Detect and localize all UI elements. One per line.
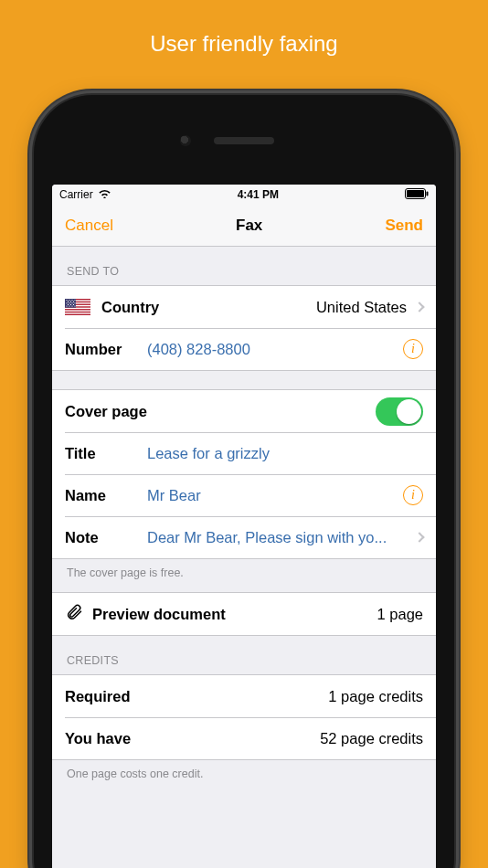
- credits-footer: One page costs one credit.: [52, 760, 436, 786]
- send-button[interactable]: Send: [385, 217, 423, 235]
- svg-point-13: [71, 300, 72, 301]
- number-value[interactable]: (408) 828-8800: [147, 341, 250, 358]
- screen: Carrier 4:41 PM Cancel Fax Send: [52, 185, 436, 868]
- title-row[interactable]: Title Lease for a grizzly: [52, 432, 436, 474]
- you-have-row: You have 52 page credits: [52, 717, 436, 759]
- toggle-knob: [397, 399, 421, 424]
- chevron-right-icon: [414, 302, 424, 312]
- svg-point-28: [74, 305, 75, 306]
- title-label: Title: [65, 445, 142, 462]
- number-row[interactable]: Number (408) 828-8800 i: [52, 328, 436, 370]
- section-header-credits: CREDITS: [52, 636, 436, 674]
- cover-footer: The cover page is free.: [52, 559, 436, 585]
- country-row[interactable]: Country United States: [52, 286, 436, 328]
- device-camera: [180, 135, 191, 146]
- name-label: Name: [65, 487, 142, 504]
- name-value[interactable]: Mr Bear: [147, 487, 201, 504]
- svg-point-23: [70, 304, 71, 305]
- country-label: Country: [101, 299, 178, 316]
- info-icon[interactable]: i: [403, 339, 423, 359]
- required-value: 1 page credits: [328, 688, 423, 705]
- required-label: Required: [65, 688, 131, 705]
- battery-icon: [405, 188, 429, 202]
- required-row: Required 1 page credits: [52, 675, 436, 717]
- credits-group: Required 1 page credits You have 52 page…: [52, 674, 436, 760]
- send-to-group: Country United States Number (408) 828-8…: [52, 285, 436, 371]
- svg-point-18: [66, 302, 67, 303]
- svg-point-12: [69, 300, 69, 301]
- wifi-icon: [98, 188, 111, 201]
- preview-pages: 1 page: [377, 606, 423, 623]
- preview-label: Preview document: [92, 606, 226, 623]
- promo-title: User friendly faxing: [0, 0, 488, 57]
- info-icon[interactable]: i: [403, 485, 423, 505]
- cancel-button[interactable]: Cancel: [65, 217, 113, 235]
- status-bar: Carrier 4:41 PM: [52, 185, 436, 205]
- svg-point-25: [66, 305, 67, 306]
- svg-point-11: [66, 300, 67, 301]
- preview-row[interactable]: Preview document 1 page: [52, 593, 436, 635]
- svg-point-22: [68, 304, 69, 305]
- name-row[interactable]: Name Mr Bear i: [52, 474, 436, 516]
- svg-rect-7: [65, 308, 90, 309]
- svg-point-16: [70, 302, 71, 302]
- cover-page-toggle[interactable]: [376, 397, 423, 426]
- device-speaker: [214, 137, 274, 144]
- preview-group: Preview document 1 page: [52, 592, 436, 636]
- title-value[interactable]: Lease for a grizzly: [147, 445, 270, 462]
- svg-point-14: [74, 300, 75, 301]
- number-label: Number: [65, 341, 142, 358]
- svg-point-20: [71, 302, 72, 303]
- you-have-label: You have: [65, 730, 131, 747]
- note-row[interactable]: Note Dear Mr Bear, Please sign with yo..…: [52, 516, 436, 558]
- svg-point-26: [69, 305, 69, 306]
- note-label: Note: [65, 529, 142, 546]
- chevron-right-icon: [414, 532, 424, 542]
- note-value[interactable]: Dear Mr Bear, Please sign with yo...: [147, 529, 407, 546]
- country-value: United States: [316, 299, 407, 316]
- cover-page-row: Cover page: [52, 390, 436, 432]
- svg-rect-8: [65, 310, 90, 311]
- cover-page-label: Cover page: [65, 403, 147, 420]
- svg-point-19: [69, 302, 69, 303]
- carrier-label: Carrier: [59, 188, 93, 201]
- clock-label: 4:41 PM: [238, 188, 279, 201]
- nav-bar: Cancel Fax Send: [52, 205, 436, 247]
- device-frame: Carrier 4:41 PM Cancel Fax Send: [34, 95, 454, 868]
- section-header-send-to: SEND TO: [52, 247, 436, 285]
- svg-point-17: [73, 302, 74, 302]
- svg-point-15: [68, 302, 69, 302]
- svg-point-24: [73, 304, 74, 305]
- svg-rect-2: [427, 191, 429, 196]
- paperclip-icon: [65, 603, 83, 625]
- page-title: Fax: [236, 217, 262, 235]
- svg-rect-9: [65, 312, 90, 313]
- svg-point-27: [71, 305, 72, 306]
- svg-point-21: [74, 302, 75, 303]
- us-flag-icon: [65, 299, 90, 315]
- cover-page-group: Cover page Title Lease for a grizzly Nam…: [52, 389, 436, 559]
- you-have-value: 52 page credits: [320, 730, 423, 747]
- svg-rect-1: [407, 190, 424, 197]
